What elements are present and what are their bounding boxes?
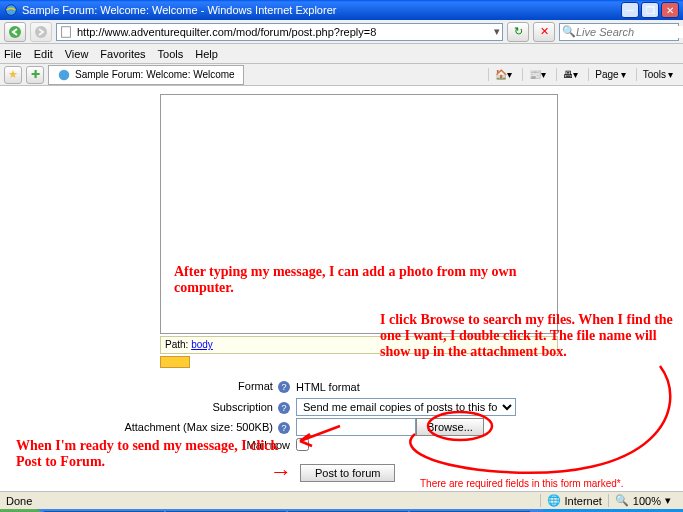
menu-view[interactable]: View (65, 48, 89, 60)
forward-button[interactable] (30, 22, 52, 42)
status-zone: 🌐 Internet (540, 494, 608, 507)
url-input[interactable] (77, 26, 490, 38)
svg-point-4 (59, 69, 70, 80)
ie-icon (4, 3, 18, 17)
status-done: Done (6, 495, 32, 507)
subscription-select[interactable]: Send me email copies of posts to this fo… (296, 398, 516, 416)
search-icon: 🔍 (562, 25, 576, 38)
maximize-button[interactable]: ❐ (641, 2, 659, 18)
arrow-icon: → (270, 459, 292, 485)
attachment-label: Attachment (Max size: 500KB) ? (100, 421, 290, 434)
svg-point-1 (9, 26, 21, 38)
mailnow-checkbox[interactable] (296, 438, 309, 451)
dropdown-icon[interactable]: ▾ (494, 25, 500, 38)
add-favorite-icon[interactable]: ✚ (26, 66, 44, 84)
favorites-icon[interactable]: ★ (4, 66, 22, 84)
tab-title: Sample Forum: Welcome: Welcome (75, 69, 235, 80)
browser-tab[interactable]: Sample Forum: Welcome: Welcome (48, 65, 244, 85)
editor-mode-button[interactable] (160, 356, 190, 368)
annotation-1: After typing my message, I can add a pho… (174, 264, 534, 296)
print-toolbar-button[interactable]: 🖶▾ (556, 68, 584, 81)
close-button[interactable]: ✕ (661, 2, 679, 18)
status-bar: Done 🌐 Internet 🔍 100% ▾ (0, 491, 683, 509)
internet-icon: 🌐 (547, 494, 561, 507)
feeds-toolbar-button[interactable]: 📰▾ (522, 68, 552, 81)
post-to-forum-button[interactable]: Post to forum (300, 464, 395, 482)
menu-edit[interactable]: Edit (34, 48, 53, 60)
tab-icon (57, 68, 71, 82)
help-icon[interactable]: ? (278, 402, 290, 414)
menu-bar: File Edit View Favorites Tools Help (0, 44, 683, 64)
stop-button[interactable]: ✕ (533, 22, 555, 42)
svg-point-2 (35, 26, 47, 38)
message-editor[interactable] (160, 94, 558, 334)
page-icon (59, 25, 73, 39)
window-title: Sample Forum: Welcome: Welcome - Windows… (22, 4, 336, 16)
search-box[interactable]: 🔍 (559, 23, 679, 41)
format-label: Format ? (100, 380, 290, 393)
status-zoom[interactable]: 🔍 100% ▾ (608, 494, 677, 507)
window-title-bar: Sample Forum: Welcome: Welcome - Windows… (0, 0, 683, 20)
annotation-3: When I'm ready to send my message, I cli… (16, 438, 286, 470)
address-bar[interactable]: ▾ (56, 23, 503, 41)
menu-help[interactable]: Help (195, 48, 218, 60)
page-content: Path: body Format ? HTML format Subscrip… (0, 86, 683, 491)
menu-favorites[interactable]: Favorites (100, 48, 145, 60)
required-note: There are required fields in this form m… (420, 478, 623, 489)
tools-toolbar-button[interactable]: Tools ▾ (636, 68, 679, 81)
attachment-input[interactable] (296, 418, 416, 436)
page-toolbar-button[interactable]: Page ▾ (588, 68, 631, 81)
help-icon[interactable]: ? (278, 381, 290, 393)
annotation-2: I click Browse to search my files. When … (380, 312, 680, 360)
nav-toolbar: ▾ ↻ ✕ 🔍 (0, 20, 683, 44)
home-toolbar-button[interactable]: 🏠▾ (488, 68, 518, 81)
svg-rect-3 (62, 26, 71, 37)
search-input[interactable] (576, 26, 683, 38)
back-button[interactable] (4, 22, 26, 42)
menu-file[interactable]: File (4, 48, 22, 60)
tab-bar: ★ ✚ Sample Forum: Welcome: Welcome 🏠▾ 📰▾… (0, 64, 683, 86)
format-value: HTML format (296, 381, 360, 393)
help-icon[interactable]: ? (278, 422, 290, 434)
browse-button[interactable]: Browse... (416, 418, 484, 436)
minimize-button[interactable]: ─ (621, 2, 639, 18)
subscription-label: Subscription ? (100, 401, 290, 414)
refresh-button[interactable]: ↻ (507, 22, 529, 42)
menu-tools[interactable]: Tools (158, 48, 184, 60)
zoom-icon: 🔍 (615, 494, 629, 507)
path-body-link[interactable]: body (191, 339, 213, 350)
